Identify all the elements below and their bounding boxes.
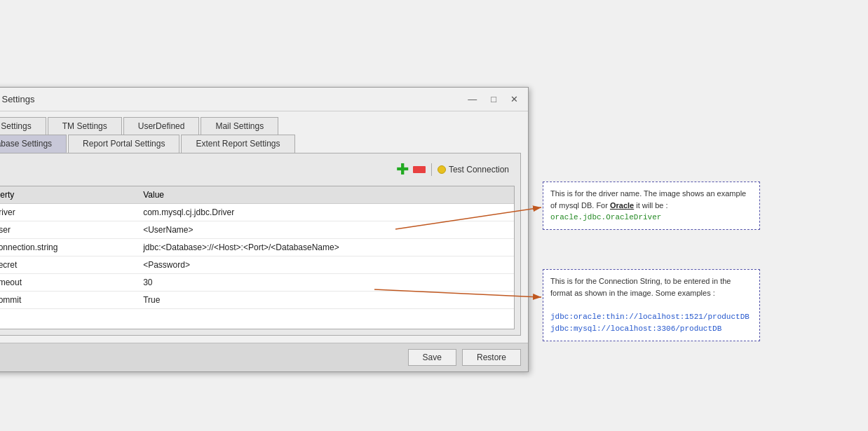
- property-cell: db.driver: [0, 204, 136, 221]
- value-cell-empty: [136, 309, 514, 329]
- table-row[interactable]: db.timeout 30: [0, 274, 514, 292]
- restore-button[interactable]: Restore: [462, 349, 521, 366]
- property-cell: db.secret: [0, 256, 136, 274]
- property-cell: db.connection.string: [0, 239, 136, 256]
- annotation-driver-text-after: it will be :: [634, 201, 667, 210]
- col-header-property: Property: [0, 186, 136, 204]
- tab-run-settings[interactable]: Run Settings: [0, 117, 46, 135]
- tab-extent-report-settings[interactable]: Extent Report Settings: [181, 135, 294, 153]
- footer-bar: Save Restore: [0, 343, 528, 371]
- window-title: Run Settings: [0, 94, 34, 104]
- content-area: ✚ Test Connection Property Value: [0, 153, 521, 336]
- annotation-driver: This is for the driver name. The image s…: [543, 182, 760, 230]
- toolbar: ✚ Test Connection: [0, 159, 515, 180]
- table-row[interactable]: db.secret <Password>: [0, 256, 514, 274]
- save-button[interactable]: Save: [408, 349, 456, 366]
- tab-row-1: Run Settings TM Settings UserDefined Mai…: [0, 111, 528, 135]
- table-row[interactable]: db.driver com.mysql.cj.jdbc.Driver: [0, 204, 514, 221]
- table-row-empty[interactable]: [0, 309, 514, 329]
- value-cell: <UserName>: [136, 221, 514, 239]
- value-cell: <Password>: [136, 256, 514, 274]
- annotation-connection: This is for the Connection String, to be…: [543, 269, 760, 341]
- property-cell: db.user: [0, 221, 136, 239]
- connection-status-indicator: [438, 165, 446, 174]
- table-row[interactable]: db.connection.string jdbc:<Database>://<…: [0, 239, 514, 256]
- tab-report-portal-settings[interactable]: Report Portal Settings: [68, 135, 179, 153]
- maximize-button[interactable]: □: [488, 93, 499, 105]
- minimize-button[interactable]: —: [465, 93, 480, 105]
- annotation-driver-mono: oracle.jdbc.OracleDriver: [550, 213, 661, 221]
- tab-database-settings[interactable]: Database Settings: [0, 135, 67, 153]
- remove-button[interactable]: [413, 166, 426, 173]
- title-bar-left: Run Settings: [0, 94, 34, 104]
- close-button[interactable]: ✕: [508, 93, 521, 105]
- window-controls: — □ ✕: [465, 93, 521, 105]
- annotation-connection-text: This is for the Connection String, to be…: [550, 277, 731, 297]
- tab-tm-settings[interactable]: TM Settings: [48, 117, 122, 135]
- value-cell: 30: [136, 274, 514, 292]
- value-cell: True: [136, 292, 514, 309]
- tab-mail-settings[interactable]: Mail Settings: [201, 117, 278, 135]
- add-button[interactable]: ✚: [396, 162, 409, 177]
- tab-user-defined[interactable]: UserDefined: [123, 117, 200, 135]
- toolbar-separator: [431, 163, 432, 176]
- annotation-connection-example2: jdbc:mysql://localhost:3306/productDB: [550, 324, 721, 333]
- annotation-driver-box: This is for the driver name. The image s…: [543, 182, 760, 230]
- value-cell: jdbc:<Database>://<Host>:<Port>/<Databas…: [136, 239, 514, 256]
- annotation-driver-oracle: Oracle: [610, 201, 634, 210]
- annotation-connection-box: This is for the Connection String, to be…: [543, 269, 760, 341]
- test-connection-label: Test Connection: [449, 165, 509, 175]
- table-row[interactable]: db.user <UserName>: [0, 221, 514, 239]
- value-cell: com.mysql.cj.jdbc.Driver: [136, 204, 514, 221]
- col-header-value: Value: [136, 186, 514, 204]
- test-connection-button[interactable]: Test Connection: [438, 165, 509, 175]
- properties-table-container: Property Value db.driver com.mysql.cj.jd…: [0, 186, 515, 329]
- table-row[interactable]: db.commit True: [0, 292, 514, 309]
- property-cell-empty: [0, 309, 136, 329]
- properties-table: Property Value db.driver com.mysql.cj.jd…: [0, 186, 514, 329]
- title-bar: Run Settings — □ ✕: [0, 88, 528, 111]
- run-settings-window: Run Settings — □ ✕ Run Settings TM Setti…: [0, 87, 529, 372]
- property-cell: db.commit: [0, 292, 136, 309]
- annotation-connection-example1: jdbc:oracle:thin://localhost:1521/produc…: [550, 313, 750, 321]
- table-header-row: Property Value: [0, 186, 514, 204]
- tab-row-2: Database Settings Report Portal Settings…: [0, 135, 528, 153]
- property-cell: db.timeout: [0, 274, 136, 292]
